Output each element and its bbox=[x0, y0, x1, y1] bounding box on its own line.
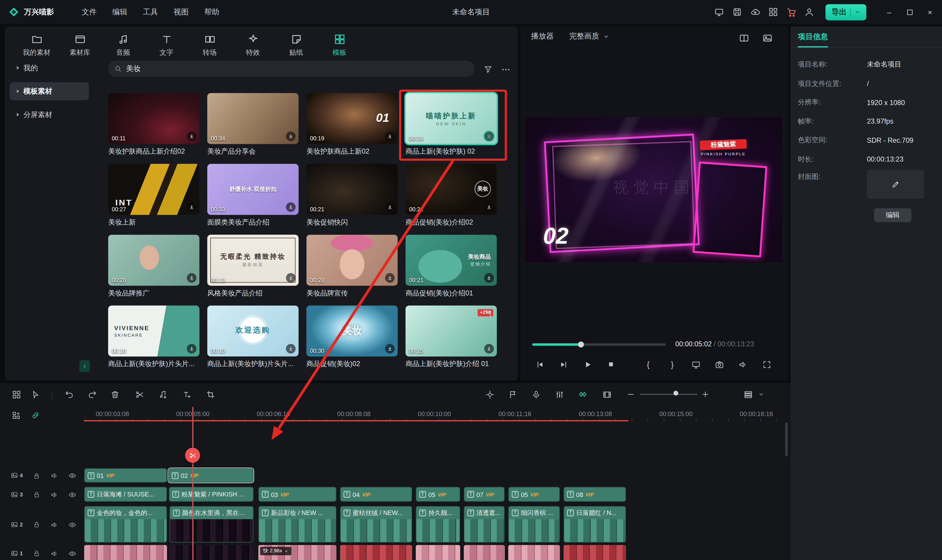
timeline-clip[interactable]: 金色的妆，金色的... bbox=[84, 506, 167, 542]
filter-icon[interactable] bbox=[484, 63, 493, 74]
video-preview[interactable]: 视觉中国 02 粉黛魅紫 PINKISH PURPLE bbox=[525, 117, 782, 263]
template-card[interactable]: 00:20美妆品牌宣传 bbox=[307, 235, 398, 298]
template-card[interactable]: 00:34美妆产品分享会 bbox=[207, 93, 299, 156]
playhead[interactable] bbox=[192, 407, 193, 560]
download-icon[interactable] bbox=[385, 273, 395, 283]
tab-templates[interactable]: 模板 bbox=[322, 31, 357, 60]
timeline-ruler[interactable]: 00:00:03:08 00:00:05:00 00:00:06:16 00:0… bbox=[0, 407, 791, 422]
tab-stickers[interactable]: 贴纸 bbox=[279, 31, 314, 60]
lock-track-icon[interactable] bbox=[33, 548, 40, 558]
download-icon[interactable] bbox=[385, 344, 395, 354]
collapse-sidebar-button[interactable] bbox=[79, 360, 90, 372]
download-icon[interactable] bbox=[187, 202, 197, 212]
timeline-clip[interactable]: 07VIP bbox=[464, 487, 505, 502]
keyframe-icon[interactable] bbox=[577, 388, 589, 400]
split-scissors-icon[interactable] bbox=[133, 388, 145, 400]
timeline-clip[interactable]: 颜色在水里滴，黑在水... bbox=[169, 506, 254, 542]
zoom-in-icon[interactable] bbox=[699, 388, 711, 400]
cloud-upload-icon[interactable] bbox=[750, 6, 761, 17]
crop-icon[interactable] bbox=[204, 388, 216, 400]
menu-file[interactable]: 文件 bbox=[82, 7, 97, 17]
template-card-selected[interactable]: 喵喵护肤上新NEW SKIN00:24商品上新(美妆护肤) 02 bbox=[405, 93, 497, 156]
timeline-clip-selected[interactable]: 02VIP bbox=[168, 468, 254, 483]
render-preview-icon[interactable] bbox=[601, 388, 613, 400]
sidebar-item-splitscreen-assets[interactable]: 分屏素材 bbox=[10, 106, 89, 124]
snapshot-camera-icon[interactable] bbox=[713, 358, 725, 371]
mute-track-icon[interactable] bbox=[50, 519, 58, 530]
template-card[interactable]: INT00:27美妆上新 bbox=[108, 164, 199, 227]
mute-track-icon[interactable] bbox=[50, 548, 58, 558]
timeline-clip[interactable] bbox=[84, 545, 167, 560]
hide-track-icon[interactable] bbox=[69, 548, 77, 558]
download-icon[interactable] bbox=[385, 202, 395, 212]
track-height-chevron-icon[interactable] bbox=[755, 388, 768, 400]
add-text-icon[interactable] bbox=[181, 388, 193, 400]
image-view-icon[interactable] bbox=[762, 32, 773, 43]
tab-transition[interactable]: 转场 bbox=[192, 31, 227, 60]
template-card[interactable]: 美妆00:22商品促销(美妆)介绍02 bbox=[405, 164, 497, 227]
timeline-clip[interactable]: 新品彩妆 / NEW ... bbox=[258, 506, 336, 542]
fullscreen-icon[interactable] bbox=[761, 358, 773, 371]
template-card[interactable]: 0100:19美妆护肤商品上新02 bbox=[307, 93, 398, 156]
cover-image-box[interactable] bbox=[867, 170, 924, 198]
zoom-slider[interactable] bbox=[640, 394, 698, 395]
card-more-icon[interactable] bbox=[487, 308, 494, 319]
close-button[interactable]: × bbox=[923, 5, 937, 19]
template-card[interactable]: 欢迎选购00:10商品上新(美妆护肤)片头片... bbox=[207, 305, 299, 368]
marker-flag-icon[interactable] bbox=[506, 388, 518, 400]
timeline-clip[interactable] bbox=[416, 545, 460, 560]
timeline-clip[interactable]: 粉黛魅紫 / PINKISH P... bbox=[169, 487, 254, 502]
hide-track-icon[interactable] bbox=[69, 519, 77, 530]
cart-icon[interactable] bbox=[786, 6, 797, 17]
redo-icon[interactable] bbox=[86, 388, 98, 400]
tab-effects[interactable]: 特效 bbox=[236, 31, 270, 60]
export-button[interactable]: 导出 bbox=[825, 4, 866, 20]
add-audio-icon[interactable] bbox=[157, 388, 169, 400]
template-card[interactable]: 美妆商品促销介绍00:21商品促销(美妆)介绍01 bbox=[405, 235, 497, 298]
download-icon[interactable] bbox=[187, 132, 197, 141]
delete-icon[interactable] bbox=[109, 388, 121, 400]
download-icon[interactable] bbox=[187, 344, 197, 354]
speed-badge[interactable]: 快 2.96x bbox=[260, 547, 291, 555]
timeline-clip[interactable]: 清透遮... bbox=[464, 506, 505, 542]
volume-icon[interactable] bbox=[737, 358, 749, 371]
mark-out-icon[interactable]: } bbox=[666, 358, 678, 371]
minimize-button[interactable]: – bbox=[882, 5, 896, 19]
download-icon[interactable] bbox=[484, 273, 494, 283]
download-icon[interactable] bbox=[385, 132, 395, 141]
apps-grid-icon[interactable] bbox=[768, 6, 779, 17]
maximize-button[interactable] bbox=[902, 5, 917, 19]
timeline-clip[interactable]: 蜜桔丝绒 / NEW... bbox=[340, 506, 412, 542]
zoom-out-icon[interactable] bbox=[625, 388, 637, 400]
mute-track-icon[interactable] bbox=[50, 489, 58, 500]
layout-grid-icon[interactable] bbox=[10, 388, 22, 400]
next-frame-icon[interactable] bbox=[557, 358, 569, 371]
template-card[interactable]: 00:21美妆促销快闪 bbox=[307, 164, 398, 227]
menu-help[interactable]: 帮助 bbox=[204, 7, 219, 17]
mark-in-icon[interactable]: { bbox=[642, 358, 654, 371]
template-card[interactable]: +29800:15商品上新(美妆护肤)介绍 01 bbox=[405, 305, 497, 368]
tab-my-media[interactable]: 我的素材 bbox=[19, 31, 54, 60]
template-card[interactable]: VIVIENNESKINCARE00:10商品上新(美妆护肤)片头片... bbox=[108, 305, 199, 368]
menu-tools[interactable]: 工具 bbox=[143, 7, 158, 17]
timeline-clip[interactable]: 01VIP bbox=[84, 468, 167, 483]
motion-tracking-icon[interactable] bbox=[484, 388, 496, 400]
timeline-scrollbar[interactable] bbox=[785, 423, 788, 456]
download-icon[interactable] bbox=[187, 273, 197, 283]
download-icon[interactable] bbox=[484, 344, 494, 354]
quality-dropdown[interactable]: 完整画质 bbox=[569, 31, 609, 42]
select-tool-icon[interactable] bbox=[29, 388, 42, 400]
template-card[interactable]: 无暇柔光 精致持妆摄影粉底00:13风格美妆产品介绍 bbox=[207, 235, 299, 298]
compare-view-icon[interactable] bbox=[739, 32, 749, 43]
download-icon[interactable] bbox=[484, 132, 494, 141]
template-card[interactable]: 00:11美妆护肤商品上新介绍02 bbox=[108, 93, 199, 156]
timeline-clip[interactable]: 日落腮红 / N... bbox=[564, 506, 626, 542]
timeline-clip[interactable] bbox=[564, 545, 626, 560]
save-project-icon[interactable] bbox=[732, 6, 743, 17]
sidebar-item-mine[interactable]: 我的 bbox=[10, 59, 89, 77]
timeline-clip[interactable]: 03VIP bbox=[258, 487, 336, 502]
workspace-layout-icon[interactable] bbox=[714, 6, 725, 17]
hide-track-icon[interactable] bbox=[69, 470, 77, 481]
mute-track-icon[interactable] bbox=[50, 470, 58, 481]
tab-stock-media[interactable]: 素材库 bbox=[62, 31, 97, 60]
